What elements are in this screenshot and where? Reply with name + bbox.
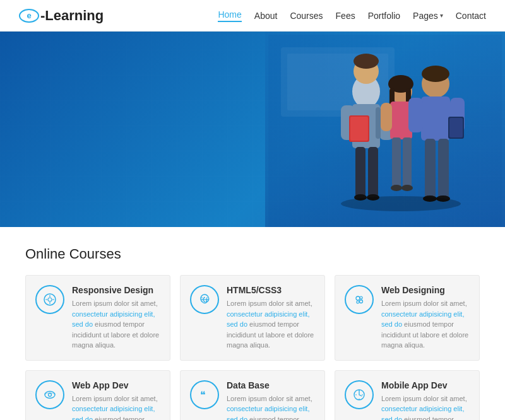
main-nav: Home About Courses Fees Portfolio Pages … xyxy=(218,9,486,22)
responsive-name: Responsive Design xyxy=(72,285,160,295)
logo-e-icon: e xyxy=(19,9,39,23)
students-illustration xyxy=(268,35,502,227)
svg-point-40 xyxy=(356,296,360,300)
svg-point-42 xyxy=(357,301,359,303)
course-card-database: ❝ Data Base Lorem ipsum dolor sit amet, … xyxy=(180,370,325,421)
course-card-mobileapp: Mobile App Dev Lorem ipsum dolor sit ame… xyxy=(335,370,480,421)
logo: e -Learning xyxy=(19,8,104,24)
html5-desc: Lorem ipsum dolor sit amet, consectetur … xyxy=(227,298,315,351)
svg-rect-11 xyxy=(355,147,365,197)
svg-rect-35 xyxy=(438,139,449,199)
courses-title: Online Courses xyxy=(25,246,480,262)
database-content: Data Base Lorem ipsum dolor sit amet, co… xyxy=(227,380,315,421)
nav-pages[interactable]: Pages ▾ xyxy=(413,11,443,21)
database-icon: ❝ xyxy=(190,380,219,409)
svg-rect-23 xyxy=(392,137,401,188)
svg-point-26 xyxy=(401,185,413,191)
hero-students-area xyxy=(265,32,505,227)
course-card-webdesign: Web Designing Lorem ipsum dolor sit amet… xyxy=(335,275,480,361)
hero-banner xyxy=(0,32,505,227)
svg-rect-33 xyxy=(449,118,463,137)
mobileapp-desc: Lorem ipsum dolor sit amet, consectetur … xyxy=(381,394,470,421)
header: e -Learning Home About Courses Fees Port… xyxy=(0,0,505,32)
course-card-webapp: Web App Dev Lorem ipsum dolor sit amet, … xyxy=(25,370,170,421)
responsive-content: Responsive Design Lorem ipsum dolor sit … xyxy=(72,285,160,351)
webdesign-desc: Lorem ipsum dolor sit amet, consectetur … xyxy=(381,298,470,351)
nav-contact[interactable]: Contact xyxy=(456,11,486,21)
nav-courses[interactable]: Courses xyxy=(290,11,323,21)
courses-grid: Responsive Design Lorem ipsum dolor sit … xyxy=(25,275,480,420)
svg-point-41 xyxy=(360,300,363,303)
course-card-responsive: Responsive Design Lorem ipsum dolor sit … xyxy=(25,275,170,361)
svg-rect-10 xyxy=(350,117,368,141)
svg-rect-12 xyxy=(368,147,378,197)
mobileapp-icon xyxy=(345,380,374,409)
svg-point-28 xyxy=(422,66,449,82)
html5-name: HTML5/CSS3 xyxy=(227,285,315,295)
svg-text:❝: ❝ xyxy=(200,390,206,400)
webapp-content: Web App Dev Lorem ipsum dolor sit amet, … xyxy=(72,380,160,421)
svg-rect-29 xyxy=(421,96,450,141)
responsive-icon xyxy=(35,285,64,314)
svg-rect-15 xyxy=(376,107,381,139)
webdesign-content: Web Designing Lorem ipsum dolor sit amet… xyxy=(381,285,470,351)
nav-about[interactable]: About xyxy=(254,11,278,21)
svg-point-44 xyxy=(45,391,55,398)
courses-section: Online Courses Responsive Design Lorem i… xyxy=(0,227,505,420)
webapp-name: Web App Dev xyxy=(72,380,160,390)
webapp-icon xyxy=(35,380,64,409)
svg-rect-30 xyxy=(408,98,423,132)
svg-rect-21 xyxy=(381,103,392,131)
mobileapp-name: Mobile App Dev xyxy=(381,380,470,390)
svg-point-38 xyxy=(341,196,461,211)
webapp-desc: Lorem ipsum dolor sit amet, consectetur … xyxy=(72,394,160,421)
svg-rect-24 xyxy=(403,137,412,188)
nav-portfolio[interactable]: Portfolio xyxy=(368,11,400,21)
webdesign-icon xyxy=(345,285,374,314)
course-card-html5: HTML5/CSS3 Lorem ipsum dolor sit amet, c… xyxy=(180,275,325,361)
mobileapp-content: Mobile App Dev Lorem ipsum dolor sit ame… xyxy=(381,380,470,421)
html5-content: HTML5/CSS3 Lorem ipsum dolor sit amet, c… xyxy=(227,285,315,351)
database-name: Data Base xyxy=(227,380,315,390)
html5-icon xyxy=(190,285,219,314)
svg-rect-34 xyxy=(425,139,436,199)
nav-home[interactable]: Home xyxy=(218,9,241,22)
chevron-down-icon: ▾ xyxy=(440,12,443,19)
responsive-desc: Lorem ipsum dolor sit amet, consectetur … xyxy=(72,298,160,351)
webdesign-name: Web Designing xyxy=(381,285,470,295)
svg-point-43 xyxy=(360,296,362,299)
svg-point-25 xyxy=(391,185,402,191)
logo-text: -Learning xyxy=(40,8,104,24)
database-desc: Lorem ipsum dolor sit amet, consectetur … xyxy=(227,394,315,421)
nav-fees[interactable]: Fees xyxy=(336,11,355,21)
svg-point-5 xyxy=(354,54,379,69)
svg-point-45 xyxy=(49,393,52,396)
